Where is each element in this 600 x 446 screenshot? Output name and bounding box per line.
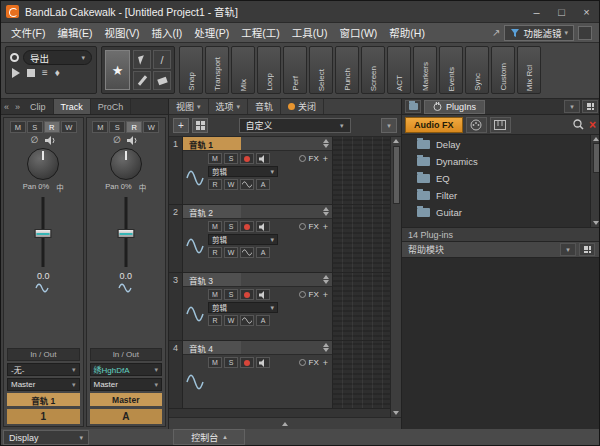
input-echo-button[interactable] [256,357,270,368]
expand-icon[interactable]: ↗ [492,27,500,38]
close-button[interactable]: × [574,1,599,23]
export-dropdown[interactable]: 导出 ▾ [23,50,92,65]
tree-item-filter[interactable]: Filter [402,187,590,204]
solo-button[interactable]: S [109,121,125,133]
close-view-button[interactable]: 关闭 [281,99,324,114]
input-echo-button[interactable] [256,153,270,164]
solo-button[interactable]: S [27,121,43,133]
add-track-button[interactable]: + [173,118,189,133]
clips-lane[interactable] [333,137,390,204]
add-fx-button[interactable]: + [323,154,328,164]
add-fx-button[interactable]: + [323,358,328,368]
scroll-down-icon[interactable] [393,411,399,415]
menu-project[interactable]: 工程(工) [235,25,286,40]
module-transport[interactable]: Transport [205,46,229,94]
read-automation-button[interactable]: R [208,179,222,190]
fx-bin[interactable]: FX [299,154,319,163]
mute-button[interactable]: M [208,289,222,300]
arm-button[interactable]: R [44,121,60,133]
help-pin-button[interactable] [579,243,595,256]
menu-window[interactable]: 窗口(W) [333,25,383,40]
resize-handle[interactable] [323,343,329,352]
input-echo-button[interactable] [256,221,270,232]
fader-handle[interactable] [117,229,134,238]
tree-item-guitar[interactable]: Guitar [402,204,590,221]
phase-icon[interactable]: ∅ [113,136,121,145]
pan-knob[interactable] [110,148,142,180]
add-fx-button[interactable]: + [323,290,328,300]
play-icon[interactable] [12,68,20,78]
arm-button[interactable]: R [126,121,142,133]
loop-icon[interactable]: ≡ [42,68,48,78]
menu-file[interactable]: 文件(F) [5,25,51,40]
smart-tool-button[interactable]: ★ [105,50,130,90]
input-echo-button[interactable] [256,289,270,300]
scroll-up-icon[interactable] [593,137,599,141]
solo-button[interactable]: S [224,221,238,232]
search-icon[interactable] [573,119,584,130]
module-mixrcl[interactable]: Mix Rcl [517,46,541,94]
archive-button[interactable]: A [256,179,270,190]
track-name[interactable]: 音轨 1 [183,137,241,150]
menubar-extra-button[interactable] [578,26,592,40]
track-row[interactable]: 2 音轨 2 M S [169,205,390,273]
module-snap[interactable]: Snap [179,46,203,94]
view-menu[interactable]: 视图▾ [169,99,209,114]
module-mix[interactable]: Mix [231,46,255,94]
collapse-left-icon[interactable]: « [1,102,12,112]
metronome-icon[interactable]: ♦ [55,68,60,78]
module-punch[interactable]: Punch [335,46,359,94]
output-dropdown[interactable]: Master▾ [7,378,80,391]
clear-search-icon[interactable]: × [589,118,596,132]
track-name[interactable]: 音轨 4 [183,341,241,354]
fx-bin[interactable]: FX [299,358,319,367]
mute-button[interactable]: M [10,121,26,133]
tab-console[interactable]: 控制台▴ [173,429,245,445]
tab-track[interactable]: Track [54,99,91,114]
tree-item-delay[interactable]: Delay [402,136,590,153]
minimize-button[interactable]: – [524,1,549,23]
track-scrollbar[interactable] [390,137,401,417]
menu-tools[interactable]: 工具(U) [286,25,334,40]
pan-knob[interactable] [27,148,59,180]
solo-button[interactable]: S [224,357,238,368]
fx-bin[interactable]: FX [299,290,319,299]
module-events[interactable]: Events [439,46,463,94]
scroll-up-icon[interactable] [393,139,399,143]
erase-tool-button[interactable] [153,71,171,90]
wave-preview-button[interactable] [240,179,254,190]
clip-dropdown[interactable]: 剪辑▾ [208,302,278,313]
track-name[interactable]: 音轨 2 [183,205,241,218]
menu-process[interactable]: 处理(P) [188,25,235,40]
tab-plugins[interactable]: PlugIns [424,100,485,114]
volume-fader[interactable] [7,195,80,269]
menu-view[interactable]: 视图(V) [98,25,145,40]
feature-filter-dropdown[interactable]: 功能滤镜 ▾ [504,25,574,41]
read-automation-button[interactable]: R [208,247,222,258]
read-automation-button[interactable]: R [208,315,222,326]
write-button[interactable]: W [143,121,159,133]
fader-handle[interactable] [35,229,52,238]
fx-bin[interactable]: FX [299,222,319,231]
draw-tool-button[interactable] [133,71,151,90]
mute-button[interactable]: M [208,357,222,368]
mute-button[interactable]: M [92,121,108,133]
collapse-right-icon[interactable]: » [12,102,23,112]
wave-preview-button[interactable] [240,247,254,258]
resize-handle[interactable] [323,275,329,284]
solo-button[interactable]: S [224,153,238,164]
record-arm-button[interactable] [240,221,254,232]
zoom-preset-button[interactable]: ▾ [381,118,397,133]
module-act[interactable]: ACT [387,46,411,94]
add-fx-button[interactable]: + [323,222,328,232]
resize-handle[interactable] [323,207,329,216]
clip-dropdown[interactable]: 剪辑▾ [208,166,278,177]
input-dropdown[interactable]: -无-▾ [7,363,80,376]
tracks-menu[interactable]: 音轨 [248,99,281,114]
module-sync[interactable]: Sync [465,46,489,94]
mute-button[interactable]: M [208,153,222,164]
maximize-button[interactable]: □ [549,1,574,23]
menu-insert[interactable]: 插入(I) [145,25,188,40]
module-loop[interactable]: Loop [257,46,281,94]
input-dropdown[interactable]: 绣HghDfA▾ [90,363,163,376]
